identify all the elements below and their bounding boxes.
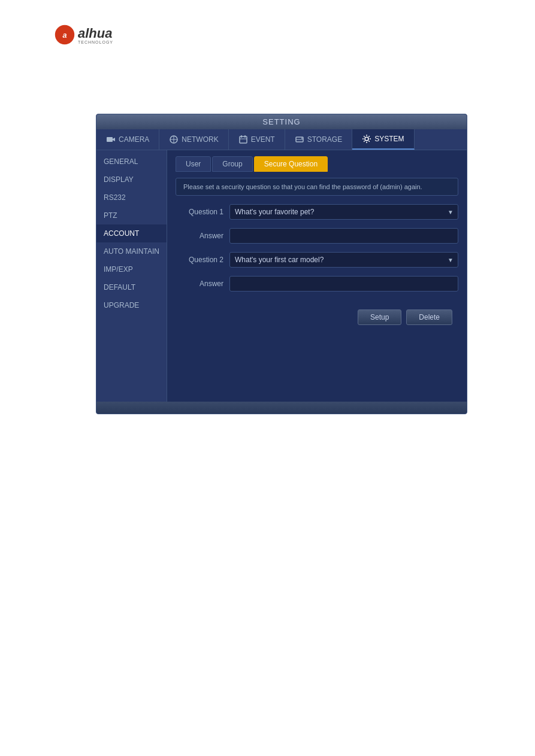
main-panel: SETTING CAMERA NETWORK E [96,114,467,414]
title-bar: SETTING [96,114,467,129]
logo-text: alhua [78,26,112,41]
event-icon [238,135,248,144]
question2-select[interactable]: What's your first car model? What's your… [229,252,458,268]
camera-icon [106,135,116,144]
question1-select-wrapper: What's your favorite pet? What's your mo… [229,204,458,220]
panel-title: SETTING [262,117,300,126]
sidebar-item-imp-exp[interactable]: IMP/EXP [96,260,167,278]
tab-user[interactable]: User [176,156,211,172]
sidebar-item-ptz[interactable]: PTZ [96,207,167,224]
answer2-row: Answer [176,276,458,292]
answer1-label: Answer [176,232,223,240]
sidebar-item-upgrade[interactable]: UPGRADE [96,296,167,314]
storage-icon [295,135,304,144]
sidebar-item-default[interactable]: DEFAULT [96,278,167,296]
system-icon [362,134,371,144]
info-message: Please set a security question so that y… [183,183,422,190]
question1-label: Question 1 [176,208,223,216]
sidebar-item-account[interactable]: ACCOUNT [96,224,167,242]
nav-label-system: SYSTEM [374,135,404,143]
question2-row: Question 2 What's your first car model? … [176,252,458,268]
sidebar: GENERAL DISPLAY RS232 PTZ ACCOUNT AUTO M… [96,150,167,402]
nav-item-network[interactable]: NETWORK [159,129,228,150]
nav-label-storage: STORAGE [307,135,342,144]
question2-label: Question 2 [176,256,223,264]
nav-item-system[interactable]: SYSTEM [352,129,414,150]
svg-point-13 [301,138,303,139]
answer1-row: Answer [176,228,458,244]
svg-point-14 [365,137,368,141]
button-row: Setup Delete [176,309,458,325]
answer1-input[interactable] [229,228,458,244]
nav-item-camera[interactable]: CAMERA [96,129,159,150]
bottom-bar [96,402,467,414]
svg-rect-2 [107,137,113,142]
top-nav: CAMERA NETWORK EVENT [96,129,467,150]
nav-item-event[interactable]: EVENT [229,129,285,150]
question1-row: Question 1 What's your favorite pet? Wha… [176,204,458,220]
svg-text:a: a [62,31,67,40]
nav-label-event: EVENT [251,135,275,144]
logo-area: a alhua TECHNOLOGY [54,24,113,45]
logo-sub: TECHNOLOGY [78,40,113,44]
nav-item-storage[interactable]: STORAGE [285,129,352,150]
content-area: GENERAL DISPLAY RS232 PTZ ACCOUNT AUTO M… [96,150,467,402]
main-content: User Group Secure Question Please set a … [167,150,467,402]
tab-secure-question[interactable]: Secure Question [254,156,328,172]
tab-group[interactable]: Group [212,156,252,172]
svg-rect-7 [240,136,247,143]
nav-label-camera: CAMERA [119,135,149,144]
sidebar-item-auto-maintain[interactable]: AUTO MAINTAIN [96,242,167,260]
dahua-logo-icon: a [54,24,75,45]
network-icon [169,135,179,144]
question1-select[interactable]: What's your favorite pet? What's your mo… [229,204,458,220]
sidebar-item-display[interactable]: DISPLAY [96,171,167,189]
answer2-label: Answer [176,280,223,288]
question2-select-wrapper: What's your first car model? What's your… [229,252,458,268]
sub-tabs: User Group Secure Question [176,156,458,172]
sidebar-item-general[interactable]: GENERAL [96,153,167,171]
info-panel: Please set a security question so that y… [176,178,458,196]
svg-marker-3 [113,138,115,141]
setup-button[interactable]: Setup [358,309,401,325]
sidebar-item-rs232[interactable]: RS232 [96,189,167,207]
nav-label-network: NETWORK [182,135,218,144]
delete-button[interactable]: Delete [406,309,452,325]
answer2-input[interactable] [229,276,458,292]
logo-container: a alhua TECHNOLOGY [54,24,113,45]
